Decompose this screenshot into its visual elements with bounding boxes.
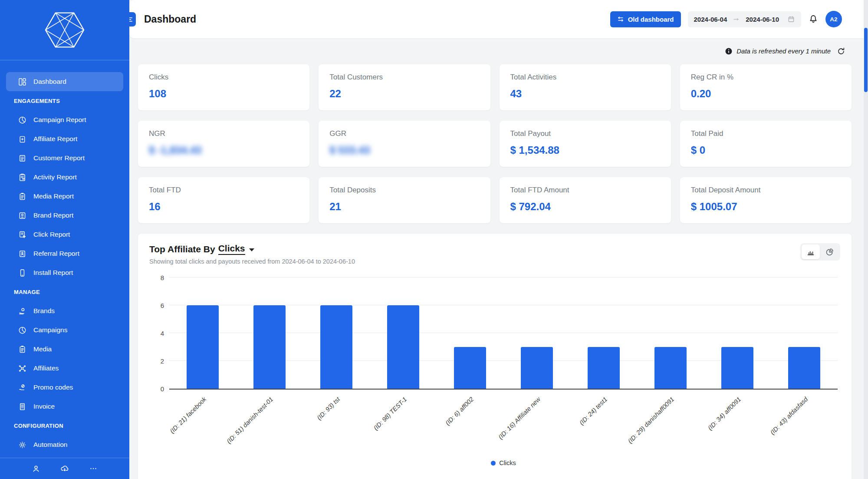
stat-value: 22 [329,88,479,100]
stat-label: Total Deposit Amount [691,186,841,195]
date-range-picker[interactable]: 2024-06-04 2024-06-10 [688,11,801,27]
sidebar-item-label: Brand Report [33,211,73,219]
hand-badge-icon [18,307,27,316]
date-to: 2024-06-10 [746,16,779,23]
avatar[interactable]: A2 [825,11,842,27]
sidebar-item-invoice[interactable]: Invoice [6,397,123,416]
sidebar-item-promo-codes[interactable]: Promo codes [6,378,123,397]
sidebar-collapse-button[interactable] [129,12,136,26]
sidebar-item-label: Campaigns [33,326,67,334]
refresh-note: Data is refreshed every 1 minute [736,47,831,55]
sidebar-item-activity-report[interactable]: Activity Report [6,168,123,187]
scrollbar-thumb[interactable] [864,28,868,92]
document-lines-icon [18,154,27,163]
chart-bar[interactable] [253,305,286,389]
chart-bar[interactable] [320,305,352,389]
receipt-icon [18,402,27,411]
dashboard-icon [18,77,27,86]
notification-bell-icon[interactable] [808,14,819,24]
stat-label: Total Deposits [329,186,479,195]
x-axis-label: (ID: 51) danish-test-01 [225,396,274,445]
y-axis-tick-label: 8 [149,274,164,281]
stat-card-total-customers: Total Customers22 [319,64,490,110]
sidebar-item-install-report[interactable]: Install Report [6,263,123,282]
document-plus-icon [18,135,27,144]
bar-chart: 02468 (ID: 21) facebook(ID: 51) danish-t… [149,277,840,468]
caret-down-icon [249,248,254,251]
user-icon[interactable] [31,464,41,473]
bar-chart-toggle-button[interactable] [802,244,820,259]
sidebar-item-brands[interactable]: Brands [6,301,123,320]
sidebar-footer [0,458,129,479]
sidebar-item-label: Automation [33,441,67,449]
stat-card-clicks: Clicks108 [138,64,309,110]
header: Dashboard Old dashboard 2024-06-04 2024-… [129,0,868,38]
chart-card: Top Affiliate By Clicks Showing total cl… [138,234,852,479]
sidebar-item-dashboard[interactable]: Dashboard [6,72,123,91]
chart-metric-dropdown[interactable]: Clicks [218,243,254,255]
chart-header: Top Affiliate By Clicks Showing total cl… [149,243,840,265]
sidebar-item-media[interactable]: Media [6,340,123,359]
nav-section-label-configuration: CONFIGURATION [0,416,129,435]
chart-type-toggle [800,243,840,261]
pie-chart-toggle-button[interactable] [821,244,839,259]
sidebar-item-customer-report[interactable]: Customer Report [6,149,123,168]
stat-label: NGR [149,129,299,138]
stat-label: Reg CR in % [691,73,841,82]
sidebar-item-automation[interactable]: Automation [6,435,123,454]
chart-bar[interactable] [187,305,219,389]
stat-card-total-ftd-amount: Total FTD Amount$ 792.04 [500,177,671,223]
chart-bar[interactable] [521,347,553,389]
sidebar-item-affiliates[interactable]: Affiliates [6,359,123,378]
stat-value: 43 [510,88,660,100]
stat-value: 0.20 [691,88,841,100]
stat-value: $ 1,534.88 [510,144,660,156]
stat-card-ngr: NGR$ -1,834.43 [138,121,309,167]
app-root: DashboardENGAGEMENTSCampaign ReportAffil… [0,0,868,479]
old-dashboard-button[interactable]: Old dashboard [610,11,681,27]
clipboard-user-icon [18,173,27,182]
stat-value: $ 792.04 [510,201,660,213]
sidebar-item-label: Referral Report [33,250,79,258]
refresh-icon[interactable] [837,47,845,56]
chart-bar[interactable] [588,347,620,389]
sidebar-item-click-report[interactable]: Click Report [6,225,123,244]
chart-title: Top Affiliate By Clicks [149,243,355,255]
sidebar-item-referral-report[interactable]: Referral Report [6,244,123,263]
calendar-icon [787,15,795,23]
sidebar-item-label: Invoice [33,403,55,410]
clipboard-lines-icon [18,345,27,354]
x-axis-label: (ID: 6) aff002 [444,396,475,426]
bars [169,277,838,389]
chart-bar[interactable] [454,347,486,389]
sidebar-item-label: Activity Report [33,173,77,181]
stat-card-reg-cr-in: Reg CR in %0.20 [680,64,852,110]
sidebar-item-campaigns[interactable]: Campaigns [6,320,123,340]
more-icon[interactable] [89,464,98,473]
chart-title-prefix: Top Affiliate By [149,244,215,254]
plot-area: 02468 [169,277,838,390]
x-axis-label: (ID: 43) afdasfasd [769,396,809,436]
cloud-download-icon[interactable] [60,464,69,473]
collapse-menu-icon [129,16,133,23]
sidebar-item-affiliate-report[interactable]: Affiliate Report [6,129,123,149]
chart-bar[interactable] [721,347,753,389]
stat-card-total-ftd: Total FTD16 [138,177,309,223]
sidebar-item-campaign-report[interactable]: Campaign Report [6,110,123,129]
nav-section-label-manage: MANAGE [0,282,129,301]
sidebar-item-media-report[interactable]: Media Report [6,187,123,206]
chart-bar[interactable] [387,305,419,389]
sidebar-item-brand-report[interactable]: Brand Report [6,206,123,225]
stat-value: $ 533.43 [329,144,479,156]
main-area: Dashboard Old dashboard 2024-06-04 2024-… [129,0,868,479]
sidebar-item-label: Brands [33,307,55,315]
y-axis-tick-label: 6 [149,302,164,309]
stat-label: Total Customers [329,73,479,82]
bar-slot [704,277,771,389]
sidebar-nav: DashboardENGAGEMENTSCampaign ReportAffil… [0,60,129,454]
stat-card-total-activities: Total Activities43 [500,64,671,110]
sidebar-item-label: Affiliates [33,364,59,372]
refresh-note-row: Data is refreshed every 1 minute [129,45,845,57]
chart-bar[interactable] [654,347,687,389]
chart-bar[interactable] [788,347,820,389]
